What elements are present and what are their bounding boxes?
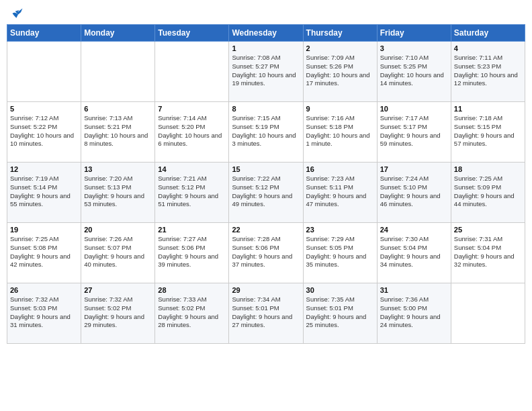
day-info: Sunrise: 7:30 AMSunset: 5:04 PMDaylight:…	[380, 235, 448, 269]
calendar-cell: 1Sunrise: 7:08 AMSunset: 5:27 PMDaylight…	[229, 42, 303, 102]
calendar-cell: 29Sunrise: 7:34 AMSunset: 5:01 PMDayligh…	[229, 283, 303, 344]
day-info: Sunrise: 7:10 AMSunset: 5:25 PMDaylight:…	[380, 54, 448, 88]
day-info: Sunrise: 7:24 AMSunset: 5:10 PMDaylight:…	[380, 175, 448, 209]
day-number: 26	[10, 286, 78, 294]
day-number: 14	[158, 165, 226, 173]
day-number: 15	[232, 165, 300, 173]
calendar-cell	[7, 42, 81, 102]
calendar-cell: 28Sunrise: 7:33 AMSunset: 5:02 PMDayligh…	[155, 283, 229, 344]
day-number: 13	[84, 165, 152, 173]
calendar-cell: 5Sunrise: 7:12 AMSunset: 5:22 PMDaylight…	[7, 102, 81, 163]
day-info: Sunrise: 7:32 AMSunset: 5:03 PMDaylight:…	[10, 295, 78, 330]
day-info: Sunrise: 7:34 AMSunset: 5:01 PMDaylight:…	[232, 295, 300, 330]
day-info: Sunrise: 7:31 AMSunset: 5:04 PMDaylight:…	[454, 235, 522, 269]
day-number: 31	[380, 286, 448, 294]
day-number: 11	[454, 105, 522, 113]
day-number: 25	[454, 226, 522, 234]
calendar-cell: 7Sunrise: 7:14 AMSunset: 5:20 PMDaylight…	[155, 102, 229, 163]
calendar-cell: 15Sunrise: 7:22 AMSunset: 5:12 PMDayligh…	[229, 163, 303, 223]
header	[7, 7, 525, 20]
day-number: 1	[232, 44, 300, 52]
day-info: Sunrise: 7:17 AMSunset: 5:17 PMDaylight:…	[380, 114, 448, 148]
day-number: 21	[158, 226, 226, 234]
day-info: Sunrise: 7:21 AMSunset: 5:12 PMDaylight:…	[158, 175, 226, 209]
day-info: Sunrise: 7:29 AMSunset: 5:05 PMDaylight:…	[306, 235, 374, 269]
day-number: 2	[306, 44, 374, 52]
calendar-cell: 14Sunrise: 7:21 AMSunset: 5:12 PMDayligh…	[155, 163, 229, 223]
day-number: 23	[306, 226, 374, 234]
calendar-cell: 3Sunrise: 7:10 AMSunset: 5:25 PMDaylight…	[377, 42, 451, 102]
calendar-cell: 10Sunrise: 7:17 AMSunset: 5:17 PMDayligh…	[377, 102, 451, 163]
weekday-header-saturday: Saturday	[451, 25, 525, 42]
day-info: Sunrise: 7:11 AMSunset: 5:23 PMDaylight:…	[454, 54, 522, 88]
weekday-header-friday: Friday	[377, 25, 451, 42]
day-info: Sunrise: 7:26 AMSunset: 5:07 PMDaylight:…	[84, 235, 152, 269]
day-info: Sunrise: 7:16 AMSunset: 5:18 PMDaylight:…	[306, 114, 374, 148]
calendar-week-row: 1Sunrise: 7:08 AMSunset: 5:27 PMDaylight…	[7, 42, 525, 102]
day-info: Sunrise: 7:33 AMSunset: 5:02 PMDaylight:…	[158, 295, 226, 330]
day-info: Sunrise: 7:25 AMSunset: 5:09 PMDaylight:…	[454, 175, 522, 209]
calendar-cell: 13Sunrise: 7:20 AMSunset: 5:13 PMDayligh…	[81, 163, 155, 223]
calendar-cell: 16Sunrise: 7:23 AMSunset: 5:11 PMDayligh…	[303, 163, 377, 223]
day-info: Sunrise: 7:19 AMSunset: 5:14 PMDaylight:…	[10, 175, 78, 209]
day-number: 12	[10, 165, 78, 173]
calendar-cell: 8Sunrise: 7:15 AMSunset: 5:19 PMDaylight…	[229, 102, 303, 163]
day-info: Sunrise: 7:13 AMSunset: 5:21 PMDaylight:…	[84, 114, 152, 148]
calendar-week-row: 26Sunrise: 7:32 AMSunset: 5:03 PMDayligh…	[7, 283, 525, 344]
calendar-cell: 12Sunrise: 7:19 AMSunset: 5:14 PMDayligh…	[7, 163, 81, 223]
day-info: Sunrise: 7:20 AMSunset: 5:13 PMDaylight:…	[84, 175, 152, 209]
day-number: 3	[380, 44, 448, 52]
day-number: 8	[232, 105, 300, 113]
calendar-header: SundayMondayTuesdayWednesdayThursdayFrid…	[7, 25, 525, 42]
calendar-cell: 31Sunrise: 7:36 AMSunset: 5:00 PMDayligh…	[377, 283, 451, 344]
calendar-cell: 24Sunrise: 7:30 AMSunset: 5:04 PMDayligh…	[377, 223, 451, 283]
calendar-cell: 25Sunrise: 7:31 AMSunset: 5:04 PMDayligh…	[451, 223, 525, 283]
calendar-cell: 2Sunrise: 7:09 AMSunset: 5:26 PMDaylight…	[303, 42, 377, 102]
calendar-cell	[155, 42, 229, 102]
calendar-table: SundayMondayTuesdayWednesdayThursdayFrid…	[7, 24, 525, 344]
day-info: Sunrise: 7:36 AMSunset: 5:00 PMDaylight:…	[380, 295, 448, 330]
calendar-week-row: 5Sunrise: 7:12 AMSunset: 5:22 PMDaylight…	[7, 102, 525, 163]
calendar-cell: 11Sunrise: 7:18 AMSunset: 5:15 PMDayligh…	[451, 102, 525, 163]
day-number: 4	[454, 44, 522, 52]
weekday-header-tuesday: Tuesday	[155, 25, 229, 42]
calendar-cell: 18Sunrise: 7:25 AMSunset: 5:09 PMDayligh…	[451, 163, 525, 223]
day-info: Sunrise: 7:32 AMSunset: 5:02 PMDaylight:…	[84, 295, 152, 330]
day-info: Sunrise: 7:23 AMSunset: 5:11 PMDaylight:…	[306, 175, 374, 209]
calendar-cell: 27Sunrise: 7:32 AMSunset: 5:02 PMDayligh…	[81, 283, 155, 344]
day-info: Sunrise: 7:27 AMSunset: 5:06 PMDaylight:…	[158, 235, 226, 269]
calendar-body: 1Sunrise: 7:08 AMSunset: 5:27 PMDaylight…	[7, 42, 525, 344]
calendar-cell: 22Sunrise: 7:28 AMSunset: 5:06 PMDayligh…	[229, 223, 303, 283]
calendar-week-row: 19Sunrise: 7:25 AMSunset: 5:08 PMDayligh…	[7, 223, 525, 283]
calendar-cell: 4Sunrise: 7:11 AMSunset: 5:23 PMDaylight…	[451, 42, 525, 102]
day-info: Sunrise: 7:08 AMSunset: 5:27 PMDaylight:…	[232, 54, 300, 88]
calendar-cell: 30Sunrise: 7:35 AMSunset: 5:01 PMDayligh…	[303, 283, 377, 344]
calendar-cell: 6Sunrise: 7:13 AMSunset: 5:21 PMDaylight…	[81, 102, 155, 163]
calendar-cell: 19Sunrise: 7:25 AMSunset: 5:08 PMDayligh…	[7, 223, 81, 283]
day-number: 16	[306, 165, 374, 173]
day-number: 27	[84, 286, 152, 294]
day-number: 18	[454, 165, 522, 173]
day-info: Sunrise: 7:22 AMSunset: 5:12 PMDaylight:…	[232, 175, 300, 209]
day-number: 9	[306, 105, 374, 113]
day-info: Sunrise: 7:14 AMSunset: 5:20 PMDaylight:…	[158, 114, 226, 148]
day-number: 29	[232, 286, 300, 294]
day-info: Sunrise: 7:15 AMSunset: 5:19 PMDaylight:…	[232, 114, 300, 148]
day-number: 28	[158, 286, 226, 294]
day-number: 24	[380, 226, 448, 234]
weekday-header-thursday: Thursday	[303, 25, 377, 42]
logo-bird-icon	[11, 7, 24, 20]
day-number: 30	[306, 286, 374, 294]
calendar-cell: 9Sunrise: 7:16 AMSunset: 5:18 PMDaylight…	[303, 102, 377, 163]
calendar-cell: 23Sunrise: 7:29 AMSunset: 5:05 PMDayligh…	[303, 223, 377, 283]
weekday-header-row: SundayMondayTuesdayWednesdayThursdayFrid…	[7, 25, 525, 42]
calendar-cell	[451, 283, 525, 344]
day-number: 20	[84, 226, 152, 234]
day-number: 19	[10, 226, 78, 234]
day-number: 7	[158, 105, 226, 113]
day-number: 17	[380, 165, 448, 173]
day-info: Sunrise: 7:25 AMSunset: 5:08 PMDaylight:…	[10, 235, 78, 269]
weekday-header-wednesday: Wednesday	[229, 25, 303, 42]
day-number: 22	[232, 226, 300, 234]
day-number: 6	[84, 105, 152, 113]
